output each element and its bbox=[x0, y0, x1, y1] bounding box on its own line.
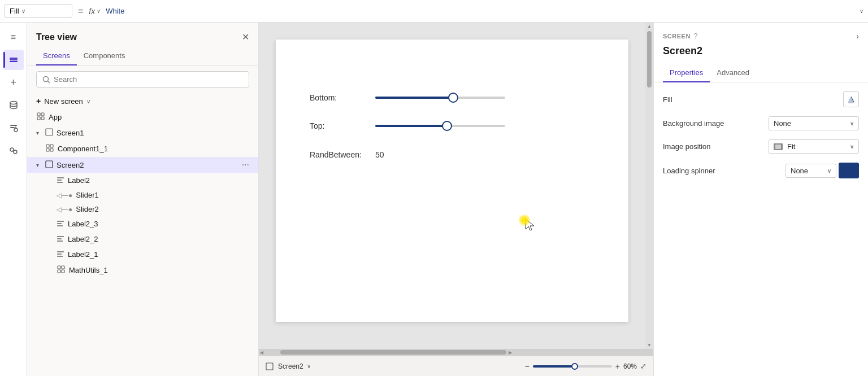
canvas-screen-chevron: ∨ bbox=[307, 363, 311, 369]
tree-item-slider1[interactable]: ◁—● Slider1 bbox=[27, 188, 258, 202]
vertical-scrollbar[interactable]: ▲ ▼ bbox=[645, 23, 653, 349]
tree-item-component1-1[interactable]: Component1_1 bbox=[27, 141, 258, 157]
label2-3-icon bbox=[57, 219, 64, 229]
screen2-icon bbox=[45, 160, 53, 170]
props-help-icon[interactable]: ? bbox=[694, 32, 698, 40]
icon-rail: ≡ + bbox=[0, 23, 27, 376]
image-position-select[interactable]: Fit ∨ bbox=[769, 139, 859, 154]
svg-rect-18 bbox=[46, 145, 49, 147]
tree-item-label2-1[interactable]: Label2_1 bbox=[27, 247, 258, 262]
zoom-controls: − + 60% ⤢ bbox=[525, 362, 646, 371]
image-position-label: Image position bbox=[663, 142, 764, 151]
tree-panel: Tree view ✕ Screens Components + New scr… bbox=[27, 23, 259, 376]
svg-rect-5 bbox=[10, 127, 15, 128]
layers-icon[interactable] bbox=[3, 50, 24, 70]
screen1-label: Screen1 bbox=[57, 129, 249, 137]
fill-icon-button[interactable] bbox=[843, 91, 859, 107]
zoom-out-button[interactable]: − bbox=[525, 362, 530, 371]
property-dropdown[interactable]: Fill ∨ bbox=[5, 5, 72, 18]
screen2-label: Screen2 bbox=[57, 161, 240, 169]
tree-item-screen1[interactable]: ▾ Screen1 bbox=[27, 125, 258, 141]
vscroll-thumb[interactable] bbox=[647, 31, 652, 88]
props-expand-button[interactable]: › bbox=[856, 32, 859, 41]
svg-rect-36 bbox=[62, 266, 64, 269]
svg-point-3 bbox=[10, 102, 17, 104]
hscroll-right-btn[interactable]: ▶ bbox=[509, 350, 512, 355]
component1-1-icon bbox=[45, 143, 54, 154]
hamburger-menu-icon[interactable]: ≡ bbox=[3, 27, 24, 47]
loading-spinner-select[interactable]: None ∨ bbox=[785, 164, 836, 178]
svg-rect-21 bbox=[50, 148, 53, 151]
vscroll-up-btn[interactable]: ▲ bbox=[647, 24, 652, 29]
top-slider-track[interactable] bbox=[375, 125, 505, 127]
label2-icon bbox=[57, 176, 64, 185]
svg-rect-14 bbox=[41, 113, 44, 116]
canvas-screen-name: Screen2 bbox=[278, 362, 303, 370]
tab-components[interactable]: Components bbox=[77, 47, 132, 65]
formula-expand-chevron[interactable]: ∨ bbox=[860, 8, 863, 14]
slider1-icon: ◁—● bbox=[57, 191, 72, 199]
tree-item-label2[interactable]: Label2 bbox=[27, 173, 258, 188]
expand-button[interactable]: ⤢ bbox=[640, 362, 646, 370]
tab-advanced[interactable]: Advanced bbox=[710, 64, 756, 82]
equals-sign: = bbox=[76, 6, 85, 16]
svg-rect-28 bbox=[57, 225, 63, 226]
formula-bar: Fill ∨ = fx ∨ ∨ bbox=[0, 0, 868, 23]
hscroll-thumb[interactable] bbox=[280, 350, 506, 355]
label2-1-label: Label2_1 bbox=[68, 250, 249, 259]
tree-item-app[interactable]: App bbox=[27, 109, 258, 125]
add-icon[interactable]: + bbox=[3, 72, 24, 93]
canvas-main[interactable]: Bottom: Top: bbox=[259, 23, 645, 349]
tree-close-button[interactable]: ✕ bbox=[242, 32, 249, 42]
bottom-slider-thumb[interactable] bbox=[448, 93, 458, 103]
zoom-slider[interactable] bbox=[533, 365, 612, 368]
zoom-slider-fill bbox=[533, 365, 572, 368]
image-position-value: Fit bbox=[787, 142, 848, 151]
vscroll-down-btn[interactable]: ▼ bbox=[647, 343, 652, 348]
background-image-label: Background image bbox=[663, 119, 764, 128]
svg-rect-15 bbox=[37, 117, 40, 120]
tree-search-box bbox=[36, 71, 249, 88]
tools-icon[interactable] bbox=[3, 140, 24, 160]
svg-rect-31 bbox=[57, 241, 63, 242]
svg-rect-24 bbox=[57, 180, 62, 181]
tree-item-label2-3[interactable]: Label2_3 bbox=[27, 216, 258, 231]
bottom-slider-track[interactable] bbox=[375, 97, 505, 99]
bottom-slider-fill bbox=[375, 97, 453, 99]
fill-icon bbox=[847, 95, 855, 103]
app-icon bbox=[36, 112, 45, 123]
horizontal-scrollbar[interactable]: ◀ ▶ bbox=[259, 349, 653, 356]
tree-item-mathutils-1[interactable]: MathUtils_1 bbox=[27, 262, 258, 278]
tree-item-label2-2[interactable]: Label2_2 bbox=[27, 231, 258, 247]
tab-screens[interactable]: Screens bbox=[36, 47, 77, 65]
label2-2-label: Label2_2 bbox=[68, 235, 249, 243]
screen-canvas[interactable]: Bottom: Top: bbox=[276, 40, 628, 322]
loading-spinner-color-button[interactable] bbox=[839, 163, 859, 178]
top-slider-thumb[interactable] bbox=[442, 121, 452, 131]
background-image-select[interactable]: None ∨ bbox=[769, 116, 859, 130]
zoom-slider-thumb[interactable] bbox=[571, 363, 578, 370]
slider1-label: Slider1 bbox=[76, 191, 249, 199]
svg-rect-0 bbox=[10, 58, 18, 59]
database-icon[interactable] bbox=[3, 95, 24, 115]
formula-input[interactable] bbox=[103, 6, 480, 16]
canvas-screen-selector[interactable]: Screen2 ∨ bbox=[266, 362, 311, 370]
tree-item-slider2[interactable]: ◁—● Slider2 bbox=[27, 202, 258, 216]
screen2-more-button[interactable]: ··· bbox=[242, 160, 249, 170]
hscroll-left-btn[interactable]: ◀ bbox=[260, 350, 263, 355]
fill-label: Fill bbox=[663, 95, 839, 104]
zoom-in-button[interactable]: + bbox=[615, 362, 620, 371]
property-chevron: ∨ bbox=[21, 8, 25, 14]
music-icon[interactable] bbox=[3, 117, 24, 138]
tab-properties[interactable]: Properties bbox=[663, 64, 710, 82]
new-screen-button[interactable]: + New screen ∨ bbox=[27, 93, 258, 109]
fx-button[interactable]: fx ∨ bbox=[89, 7, 100, 16]
tree-item-screen2[interactable]: ▾ Screen2 ··· bbox=[27, 157, 258, 173]
props-header-left: SCREEN ? bbox=[663, 32, 698, 40]
svg-rect-22 bbox=[46, 161, 53, 168]
svg-rect-41 bbox=[775, 145, 781, 149]
search-input[interactable] bbox=[54, 75, 243, 84]
screen1-icon bbox=[45, 128, 53, 138]
props-tabs: Properties Advanced bbox=[654, 64, 868, 82]
randbetween-widget: RandBetween: 50 bbox=[310, 150, 384, 159]
